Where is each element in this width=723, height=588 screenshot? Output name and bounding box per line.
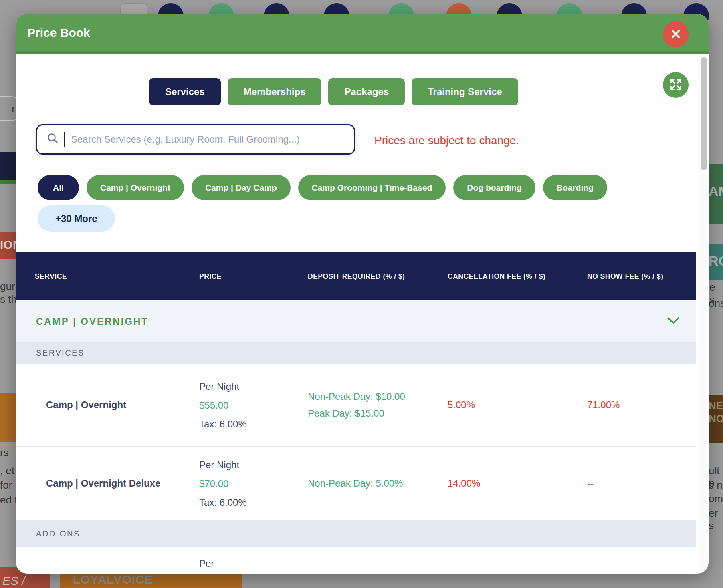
modal-header: Price Book: [16, 14, 709, 54]
deposit-line: Peak Day: $15.00: [308, 405, 434, 422]
filter-chip-camp-overnight[interactable]: Camp | Overnight: [87, 175, 184, 200]
background-text-fragment: c n: [709, 479, 723, 491]
table-header-row: SERVICE PRICE DEPOSIT REQUIRED (% / $) C…: [16, 252, 696, 300]
deposit-line: Non-Peak Day: $10.00: [308, 388, 434, 405]
price-tax: Tax: 6.00%: [199, 493, 294, 512]
price-cell: Per Night $70.00 Tax: 6.00%: [183, 447, 294, 520]
modal-title: Price Book: [27, 26, 90, 40]
background-text-fragment: er s: [709, 507, 723, 532]
more-filters-button[interactable]: +30 More: [38, 205, 115, 232]
screen: r ION gur s th rs , et for ed t ES / AMI…: [0, 0, 723, 588]
price-value: $70.00: [199, 474, 294, 493]
deposit-line: Non-Peak Day: 5.00%: [308, 475, 434, 492]
column-header-price: PRICE: [183, 252, 294, 300]
table-row: Camp | Overnight Per Night $55.00 Tax: 6…: [16, 364, 696, 447]
expand-button[interactable]: [663, 72, 689, 98]
cancellation-cell: 14.00%: [434, 447, 575, 520]
close-button[interactable]: [663, 22, 689, 47]
background-text-fragment: rs: [0, 447, 9, 459]
table-row-partial: Per: [16, 547, 696, 574]
filter-chip-boarding[interactable]: Boarding: [543, 175, 607, 200]
background-text-fragment: ons: [709, 297, 723, 310]
group-band-addons: ADD-ONS: [16, 521, 696, 547]
background-text-fragment: om: [709, 493, 723, 505]
filter-chip-dog-boarding[interactable]: Dog boarding: [453, 175, 535, 200]
background-text-fragment: gur: [0, 280, 15, 293]
price-change-notice: Prices are subject to change.: [374, 134, 519, 147]
background-bottom-bar: [242, 574, 723, 588]
table-row: Camp | Overnight Deluxe Per Night $70.00…: [16, 447, 696, 521]
no-show-cell: 71.00%: [575, 364, 695, 446]
price-value: $55.00: [199, 396, 294, 415]
search-box: [36, 124, 355, 155]
price-tax: Tax: 6.00%: [199, 415, 294, 433]
filter-chip-row: All Camp | Overnight Camp | Day Camp Cam…: [38, 175, 607, 200]
search-icon: [47, 133, 59, 146]
text-cursor: [64, 132, 65, 147]
background-navy-block: [0, 152, 16, 180]
close-icon: [670, 28, 682, 41]
background-orange-block: [0, 393, 16, 442]
filter-chip-camp-day-camp[interactable]: Camp | Day Camp: [192, 175, 291, 200]
filter-chip-camp-grooming[interactable]: Camp Grooming | Time-Based: [298, 175, 446, 200]
tab-memberships[interactable]: Memberships: [228, 78, 322, 105]
background-teal-card: RO: [709, 244, 723, 280]
chevron-down-icon[interactable]: [666, 317, 680, 326]
cancellation-cell: 5.00%: [434, 364, 575, 446]
column-header-no-show: NO SHOW FEE (% / $): [575, 252, 695, 300]
modal-scrollbar-track[interactable]: [699, 56, 708, 574]
section-title: CAMP | OVERNIGHT: [36, 316, 149, 327]
tab-services[interactable]: Services: [149, 78, 221, 105]
background-text-fragment: for: [0, 479, 12, 491]
tab-bar: Services Memberships Packages Training S…: [149, 78, 518, 105]
deposit-cell: Non-Peak Day: 5.00%: [294, 447, 434, 520]
tab-packages[interactable]: Packages: [328, 78, 405, 105]
price-cell: Per Night $55.00 Tax: 6.00%: [183, 364, 294, 446]
partial-price-unit: Per: [199, 558, 214, 569]
group-band-services: SERVICES: [16, 342, 696, 364]
background-brown-card: NE NO: [709, 395, 723, 443]
background-text-fragment: NO: [709, 412, 723, 425]
background-green-card: AMI: [709, 164, 723, 224]
modal-scrollbar-thumb[interactable]: [701, 57, 707, 170]
price-unit: Per Night: [199, 455, 294, 474]
column-header-cancellation: CANCELLATION FEE (% / $): [434, 252, 575, 300]
background-text-fragment: NE: [709, 399, 723, 412]
background-text-fragment: , et: [0, 465, 14, 477]
column-header-service: SERVICE: [16, 252, 183, 300]
no-show-cell: --: [575, 447, 695, 520]
background-banner: LOYALVOICE: [60, 572, 242, 588]
filter-chip-all[interactable]: All: [38, 175, 79, 200]
background-green-line: [0, 180, 16, 184]
background-text-fragment: s th: [0, 293, 17, 306]
column-header-deposit: DEPOSIT REQUIRED (% / $): [294, 252, 434, 300]
tab-training-service[interactable]: Training Service: [412, 78, 518, 105]
deposit-cell: Non-Peak Day: $10.00 Peak Day: $15.00: [294, 364, 434, 446]
service-cell: Camp | Overnight: [16, 364, 183, 446]
service-cell: Camp | Overnight Deluxe: [16, 447, 183, 520]
price-table: SERVICE PRICE DEPOSIT REQUIRED (% / $) C…: [16, 252, 696, 574]
price-unit: Per Night: [199, 377, 294, 396]
section-header-camp-overnight[interactable]: CAMP | OVERNIGHT: [16, 300, 696, 342]
background-text-fragment: ed t: [0, 494, 17, 506]
search-input[interactable]: [70, 133, 347, 145]
background-red-block: ION: [0, 232, 16, 259]
expand-icon: [669, 78, 683, 93]
price-book-modal: Price Book Services Memberships Packages…: [16, 14, 709, 574]
